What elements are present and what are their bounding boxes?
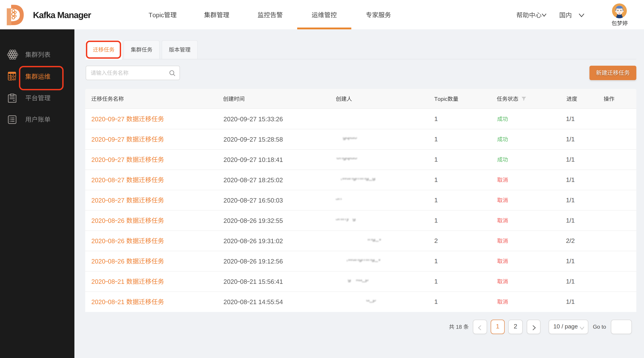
svg-text:$: $: [13, 76, 15, 80]
